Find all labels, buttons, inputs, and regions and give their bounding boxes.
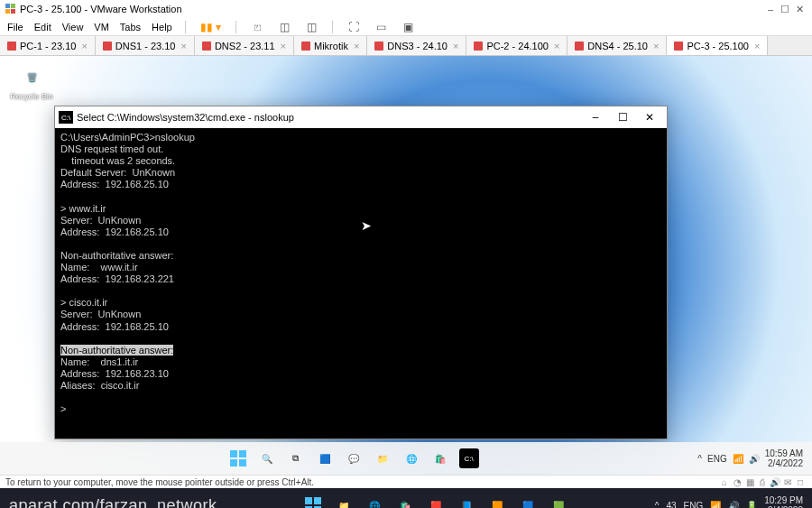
- host-app-icon[interactable]: 📘: [456, 494, 477, 508]
- chevron-up-icon[interactable]: ^: [655, 501, 660, 509]
- snapshot-manager-icon[interactable]: ◫: [303, 19, 319, 35]
- svg-rect-9: [314, 497, 321, 504]
- device-icon[interactable]: ▦: [743, 477, 756, 487]
- explorer-icon[interactable]: 📁: [373, 448, 392, 468]
- tab-dns1[interactable]: DNS1 - 23.10×: [96, 36, 195, 55]
- cmd-minimize-button[interactable]: –: [582, 111, 609, 124]
- close-icon[interactable]: ×: [281, 41, 286, 51]
- close-icon[interactable]: ×: [180, 41, 186, 51]
- tab-dns2[interactable]: DNS2 - 23.11×: [195, 36, 294, 55]
- tab-dns4[interactable]: DNS4 - 25.10×: [567, 36, 667, 55]
- device-icon[interactable]: ◔: [731, 477, 743, 487]
- host-vmware-icon[interactable]: 🟧: [486, 494, 508, 508]
- menu-help[interactable]: Help: [152, 22, 172, 32]
- cmd-close-button[interactable]: ✕: [636, 111, 663, 124]
- close-icon[interactable]: ×: [81, 41, 87, 51]
- cmd-titlebar[interactable]: C:\ Select C:\Windows\system32\cmd.exe -…: [55, 106, 667, 128]
- vmware-hint: To return to your computer, move the mou…: [0, 475, 812, 488]
- svg-rect-6: [230, 459, 237, 466]
- host-lang-indicator[interactable]: ENG: [684, 501, 704, 509]
- svg-rect-0: [5, 4, 10, 8]
- close-icon[interactable]: ×: [453, 41, 458, 51]
- vm-tabbar: PC-1 - 23.10× DNS1 - 23.10× DNS2 - 23.11…: [0, 36, 812, 56]
- guest-desktop: 🗑️ Recycle Bin C:\ Select C:\Windows\sys…: [0, 56, 812, 475]
- host-app-icon[interactable]: 🟥: [425, 494, 447, 508]
- svg-rect-1: [11, 4, 15, 8]
- host-explorer-icon[interactable]: 📁: [333, 494, 355, 508]
- search-icon[interactable]: 🔍: [257, 448, 277, 468]
- vmware-logo-icon: [5, 4, 16, 14]
- device-icon[interactable]: ⎙: [756, 477, 769, 487]
- close-icon[interactable]: ×: [653, 41, 659, 51]
- maximize-button[interactable]: ☐: [778, 4, 792, 15]
- svg-rect-2: [5, 9, 10, 14]
- host-start-button[interactable]: [302, 494, 324, 508]
- host-edge-icon[interactable]: 🌐: [364, 494, 385, 508]
- host-wifi-icon[interactable]: 📶: [710, 501, 721, 509]
- host-battery-icon[interactable]: 🔋: [746, 501, 757, 509]
- lang-indicator[interactable]: ENG: [707, 454, 727, 464]
- taskview-icon[interactable]: ⧉: [286, 448, 306, 468]
- cmd-icon: C:\: [59, 111, 73, 124]
- menu-tabs[interactable]: Tabs: [120, 22, 141, 32]
- recycle-bin-icon: 🗑️: [19, 65, 44, 90]
- host-app-icon[interactable]: 🟩: [548, 494, 569, 508]
- host-app-icon[interactable]: 🟦: [517, 494, 539, 508]
- widgets-icon[interactable]: 🟦: [315, 448, 335, 468]
- close-icon[interactable]: ×: [554, 41, 559, 51]
- watermark-text: aparat.com/farzan_network: [9, 496, 217, 509]
- host-vol-indicator[interactable]: 43: [666, 501, 676, 509]
- cmd-window: C:\ Select C:\Windows\system32\cmd.exe -…: [54, 106, 668, 439]
- wifi-icon[interactable]: 📶: [733, 454, 743, 464]
- chevron-up-icon[interactable]: ^: [697, 454, 702, 464]
- cmd-taskbar-icon[interactable]: C:\: [459, 448, 479, 468]
- chat-icon[interactable]: 💬: [344, 448, 364, 468]
- send-ctrlaltdel-icon[interactable]: ⏍: [249, 19, 265, 35]
- close-icon[interactable]: ×: [354, 41, 359, 51]
- tab-pc1[interactable]: PC-1 - 23.10×: [0, 36, 96, 55]
- host-volume-icon[interactable]: 🔊: [728, 501, 739, 509]
- host-clock[interactable]: 10:29 PM 2/4/2022: [764, 495, 803, 508]
- svg-rect-8: [305, 497, 312, 504]
- device-icon[interactable]: □: [794, 477, 807, 487]
- minimize-button[interactable]: –: [763, 4, 778, 14]
- tab-pc2[interactable]: PC-2 - 24.100×: [466, 36, 567, 55]
- tab-pc3[interactable]: PC-3 - 25.100×: [667, 36, 768, 55]
- guest-clock[interactable]: 10:59 AM 2/4/2022: [765, 448, 803, 468]
- device-icon[interactable]: ⌂: [718, 477, 731, 487]
- snapshot-icon[interactable]: ◫: [276, 19, 292, 35]
- host-tray: ^ 43 ENG 📶 🔊 🔋 10:29 PM 2/4/2022: [655, 495, 803, 508]
- menubar: File Edit View VM Tabs Help ▮▮ ▾ ⏍ ◫ ◫ ⛶…: [0, 18, 812, 36]
- close-icon[interactable]: ×: [754, 41, 760, 51]
- menu-view[interactable]: View: [62, 22, 84, 32]
- menu-edit[interactable]: Edit: [34, 22, 51, 32]
- device-icon[interactable]: 🔊: [769, 477, 781, 487]
- svg-rect-7: [239, 459, 246, 466]
- cmd-title-text: Select C:\Windows\system32\cmd.exe - nsl…: [77, 112, 294, 123]
- fullscreen-icon[interactable]: ⛶: [346, 19, 362, 35]
- guest-tray: ^ ENG 📶 🔊 10:59 AM 2/4/2022: [697, 448, 803, 468]
- edge-icon[interactable]: 🌐: [401, 448, 421, 468]
- svg-rect-3: [11, 9, 15, 14]
- pause-button[interactable]: ▮▮ ▾: [200, 21, 221, 33]
- svg-rect-5: [239, 450, 246, 457]
- menu-vm[interactable]: VM: [94, 22, 109, 32]
- menu-file[interactable]: File: [7, 22, 23, 32]
- unity-icon[interactable]: ▭: [373, 19, 389, 35]
- console-icon[interactable]: ▣: [400, 19, 416, 35]
- vmware-title-text: PC-3 - 25.100 - VMware Workstation: [20, 4, 182, 14]
- start-button[interactable]: [228, 448, 248, 468]
- host-store-icon[interactable]: 🛍️: [394, 494, 416, 508]
- recycle-bin[interactable]: 🗑️ Recycle Bin: [9, 65, 54, 101]
- device-icon[interactable]: ✉: [781, 477, 794, 487]
- tab-dns3[interactable]: DNS3 - 24.10×: [367, 36, 466, 55]
- cmd-maximize-button[interactable]: ☐: [609, 111, 636, 124]
- tab-mikrotik[interactable]: Mikrotik×: [294, 36, 367, 55]
- close-button[interactable]: ✕: [792, 4, 807, 15]
- guest-taskbar: 🔍 ⧉ 🟦 💬 📁 🌐 🛍️ C:\ ^ ENG 📶 🔊 10:59 AM 2/…: [0, 442, 812, 475]
- volume-icon[interactable]: 🔊: [749, 454, 760, 464]
- vmware-titlebar: PC-3 - 25.100 - VMware Workstation – ☐ ✕: [0, 0, 812, 18]
- svg-rect-4: [230, 450, 237, 457]
- store-icon[interactable]: 🛍️: [430, 448, 450, 468]
- cmd-output[interactable]: C:\Users\AdminPC3>nslookup DNS request t…: [55, 128, 667, 439]
